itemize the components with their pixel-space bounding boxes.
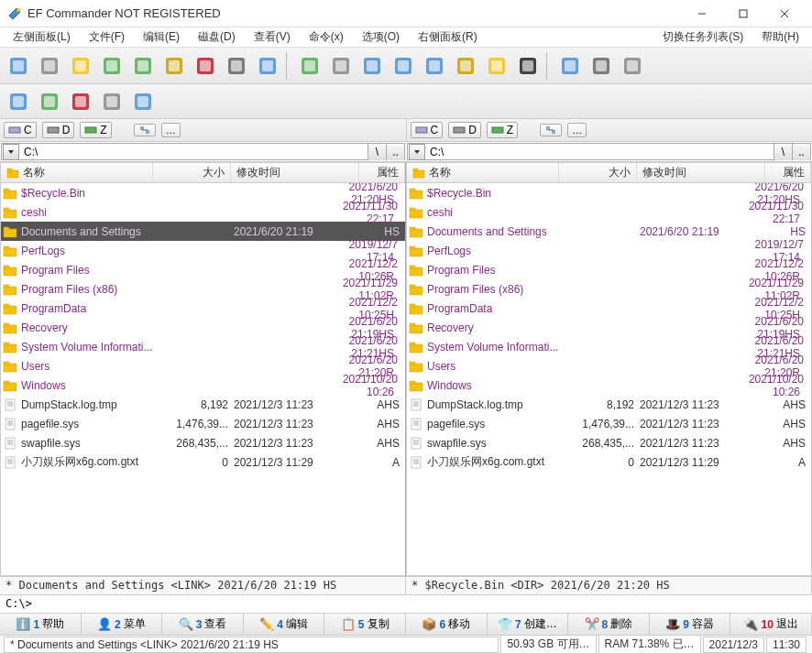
toolbtn-mail[interactable] — [253, 51, 282, 81]
fn-icon: 👤 — [97, 617, 112, 631]
table-row[interactable]: DumpStack.log.tmp8,1922021/12/3 11:23AHS — [1, 395, 405, 414]
table-row[interactable]: DumpStack.log.tmp8,1922021/12/3 11:23AHS — [407, 395, 811, 414]
toolbtn-pyramid[interactable] — [451, 51, 480, 81]
col-date[interactable]: 修改时间 — [231, 163, 359, 182]
table-row[interactable]: ceshi2021/11/30 22:17 — [1, 202, 405, 222]
fn-帮助[interactable]: ℹ️1 帮助 — [0, 614, 82, 635]
table-row[interactable]: swapfile.sys268,435,...2021/12/3 11:23AH… — [1, 433, 405, 452]
minimize-button[interactable] — [681, 1, 722, 27]
filelist-right[interactable]: $Recycle.Bin2021/6/20 21:20HSceshi2021/1… — [407, 183, 811, 575]
table-row[interactable]: Windows2021/10/20 10:26 — [1, 375, 405, 395]
toolbtn-copy-doc[interactable] — [128, 51, 158, 81]
table-row[interactable]: 小刀娱乐网x6g.com.gtxt02021/12/3 11:29A — [407, 452, 811, 472]
menu-tasklist[interactable]: 切换任务列表(S) — [653, 27, 752, 47]
col-size[interactable]: 大小 — [559, 163, 637, 182]
path-drop-right[interactable] — [409, 144, 425, 160]
menu-disk[interactable]: 磁盘(D) — [189, 27, 245, 47]
menu-left-panel[interactable]: 左侧面板(L) — [4, 27, 80, 47]
path-drop-left[interactable] — [3, 144, 19, 160]
table-row[interactable]: 小刀娱乐网x6g.com.gtxt02021/12/3 11:29A — [1, 452, 405, 472]
svg-rect-135 — [411, 419, 421, 430]
path-root-right[interactable]: \ — [774, 144, 792, 160]
col-name[interactable]: 名称 — [407, 163, 559, 182]
svg-rect-26 — [335, 60, 346, 71]
col-date[interactable]: 修改时间 — [637, 163, 765, 182]
toolbtn-trash2[interactable] — [618, 51, 647, 81]
toolbtn-zoom[interactable] — [326, 51, 356, 81]
toolbtn-world-arrow[interactable] — [35, 87, 64, 116]
fn-编辑[interactable]: ✏️4 编辑 — [244, 614, 325, 635]
menu-view[interactable]: 查看(V) — [245, 27, 300, 47]
toolbtn-search-folder[interactable] — [482, 51, 511, 81]
toolbtn-printer2[interactable] — [587, 51, 616, 81]
drive-net-right[interactable] — [540, 124, 562, 136]
table-row[interactable]: pagefile.sys1,476,39...2021/12/3 11:23AH… — [407, 414, 811, 433]
table-row[interactable]: ceshi2021/11/30 22:17 — [407, 202, 811, 222]
toolbtn-world-block[interactable] — [66, 87, 95, 116]
toolbtn-archive[interactable] — [159, 51, 189, 81]
col-attr[interactable]: 属性 — [765, 163, 811, 182]
maximize-button[interactable] — [722, 1, 763, 27]
fn-删除[interactable]: ✂️8 删除 — [568, 614, 650, 635]
table-row[interactable]: swapfile.sys268,435,...2021/12/3 11:23AH… — [407, 433, 811, 452]
filelist-left[interactable]: $Recycle.Bin2021/6/20 21:20HSceshi2021/1… — [1, 183, 405, 575]
svg-rect-114 — [410, 227, 415, 230]
fn-创建…[interactable]: 👕7 创建… — [488, 614, 569, 635]
toolbtn-console[interactable] — [513, 51, 543, 81]
fn-退出[interactable]: 🔌10 退出 — [730, 614, 812, 635]
toolbtn-sync[interactable] — [389, 51, 418, 81]
toolbtn-printer[interactable] — [222, 51, 251, 81]
fn-菜单[interactable]: 👤2 菜单 — [82, 614, 163, 635]
col-name[interactable]: 名称 — [1, 163, 153, 182]
drive-c-left[interactable]: C — [4, 122, 37, 138]
toolbtn-disc[interactable] — [97, 87, 126, 116]
svg-rect-28 — [367, 60, 378, 71]
fn-容器[interactable]: 🎩9 容器 — [650, 614, 731, 635]
drive-z-right[interactable]: Z — [487, 122, 518, 138]
table-row[interactable]: pagefile.sys1,476,39...2021/12/3 11:23AH… — [1, 414, 405, 433]
file-name: ProgramData — [21, 302, 325, 315]
pathbar: C:\ \ .. C:\ \ .. — [0, 142, 812, 162]
toolbtn-window[interactable] — [4, 51, 33, 81]
close-button[interactable] — [763, 1, 805, 27]
toolbtn-monitor[interactable] — [4, 87, 33, 116]
menu-right-panel[interactable]: 右侧面板(R) — [409, 27, 487, 47]
menu-command[interactable]: 命令(x) — [300, 27, 353, 47]
path-up-left[interactable]: .. — [386, 144, 404, 160]
toolbtn-compare[interactable] — [357, 51, 387, 81]
menu-edit[interactable]: 编辑(E) — [134, 27, 189, 47]
path-root-left[interactable]: \ — [368, 144, 386, 160]
path-input-left[interactable]: C:\ — [20, 146, 368, 158]
path-up-right[interactable]: .. — [792, 144, 810, 160]
toolbtn-network[interactable] — [420, 51, 449, 81]
drive-net-left[interactable] — [134, 124, 156, 136]
toolbtn-refresh[interactable] — [295, 51, 324, 81]
drive-z-left[interactable]: Z — [80, 122, 111, 138]
fn-查看[interactable]: 🔍3 查看 — [162, 614, 244, 635]
table-row[interactable]: Windows2021/10/20 10:26 — [407, 375, 811, 395]
toolbtn-folder-nav[interactable] — [555, 51, 585, 81]
svg-rect-117 — [410, 267, 422, 276]
drive-ellipsis-left[interactable]: … — [161, 123, 181, 137]
fn-复制[interactable]: 📋5 复制 — [324, 614, 406, 635]
svg-rect-71 — [4, 210, 16, 218]
folder-icon — [409, 187, 423, 200]
menu-help[interactable]: 帮助(H) — [752, 27, 808, 47]
toolbtn-trash[interactable] — [191, 51, 220, 81]
col-size[interactable]: 大小 — [153, 163, 231, 182]
toolbtn-new-doc[interactable] — [97, 51, 126, 81]
path-input-right[interactable]: C:\ — [426, 146, 774, 158]
menu-file[interactable]: 文件(F) — [80, 27, 134, 47]
drive-d-left[interactable]: D — [42, 122, 75, 138]
toolbtn-magnifier[interactable] — [35, 51, 64, 81]
command-line[interactable]: C:\> — [0, 594, 812, 613]
file-size: 268,435,... — [156, 437, 234, 450]
fn-移动[interactable]: 📦6 移动 — [406, 614, 488, 635]
drive-ellipsis-right[interactable]: … — [567, 123, 587, 137]
drive-d-right[interactable]: D — [448, 122, 481, 138]
toolbtn-world-audio[interactable] — [128, 87, 158, 116]
col-attr[interactable]: 属性 — [359, 163, 405, 182]
toolbtn-edit-doc[interactable] — [66, 51, 95, 81]
menu-options[interactable]: 选项(O) — [353, 27, 409, 47]
drive-c-right[interactable]: C — [411, 122, 444, 138]
